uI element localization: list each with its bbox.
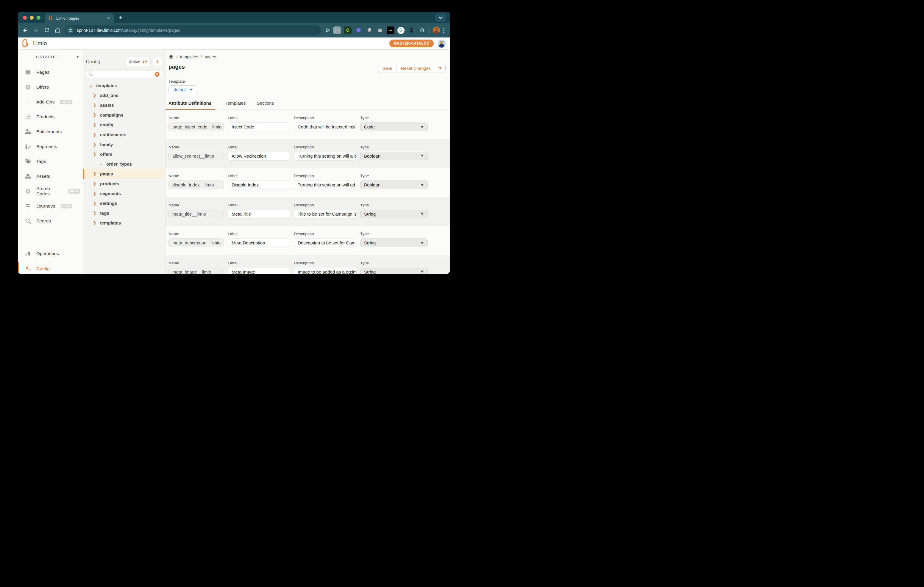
- sidebar-item-assets[interactable]: Assets: [18, 169, 83, 184]
- home-icon[interactable]: [168, 54, 173, 59]
- minimize-window-button[interactable]: [30, 16, 34, 20]
- chevron-right-icon[interactable]: ❯: [92, 93, 97, 97]
- attribute-label-input[interactable]: Meta Description: [228, 238, 290, 247]
- attribute-label-input[interactable]: Meta Title: [228, 210, 290, 218]
- attribute-description-input[interactable]: Turning this setting on will allo: [294, 152, 356, 160]
- breadcrumb-pages[interactable]: pages: [205, 54, 216, 59]
- chevron-right-icon[interactable]: ❯: [92, 181, 97, 186]
- tree-item-entitlements[interactable]: ❯ entitlements: [83, 130, 165, 140]
- tree-item-family[interactable]: ❯ family: [83, 140, 165, 149]
- stacked-diamonds-extension-icon[interactable]: [408, 26, 415, 34]
- attribute-type-select[interactable]: Code: [360, 123, 428, 131]
- site-settings-icon[interactable]: [66, 26, 74, 34]
- browser-menu-icon[interactable]: [441, 28, 446, 33]
- chevron-right-icon[interactable]: ❯: [92, 211, 97, 215]
- window-controls[interactable]: [18, 16, 45, 23]
- sidebar-item-entitlements[interactable]: Entitlements: [18, 124, 83, 139]
- template-dropdown[interactable]: default: [168, 86, 197, 94]
- tab-templates[interactable]: Templates: [225, 100, 246, 109]
- bookmark-star-icon[interactable]: [324, 26, 332, 34]
- new-tab-button[interactable]: +: [119, 14, 122, 21]
- active-filter-button[interactable]: Active: [125, 57, 151, 66]
- chevron-right-icon[interactable]: ❯: [92, 142, 97, 146]
- reset-changes-button[interactable]: Reset Changes: [397, 64, 435, 72]
- camera-extension-icon[interactable]: [376, 26, 384, 34]
- attribute-type-select[interactable]: Boolean: [360, 181, 428, 189]
- tree-item-tags[interactable]: ❯ tags: [83, 208, 165, 218]
- save-button[interactable]: Save: [378, 64, 397, 72]
- maximize-window-button[interactable]: [36, 16, 41, 20]
- tree-item-config[interactable]: ❯ config: [83, 120, 165, 130]
- url-bar[interactable]: sprint-107.dev.limio.com/catalog/config/…: [65, 25, 321, 35]
- chevron-right-icon[interactable]: ❯: [92, 103, 97, 107]
- attribute-type-select[interactable]: String: [360, 210, 428, 218]
- sidebar-item-products[interactable]: 12 Products: [18, 109, 83, 124]
- attribute-type-select[interactable]: Boolean: [360, 152, 428, 160]
- attribute-description-input[interactable]: Turning this setting on will ad: [294, 181, 356, 189]
- sidebar-item-config[interactable]: Config: [18, 261, 83, 274]
- breadcrumb-templates[interactable]: templates: [180, 54, 198, 59]
- sidebar-item-segments[interactable]: Segments: [18, 139, 83, 154]
- chevron-right-icon[interactable]: ❯: [92, 132, 97, 137]
- bars-extension-icon[interactable]: [333, 26, 341, 34]
- config-search[interactable]: ✕: [86, 70, 162, 78]
- catalog-switcher[interactable]: CATALOG ▼: [18, 53, 83, 61]
- attribute-label-input[interactable]: Meta Image: [228, 268, 290, 274]
- chevron-right-icon[interactable]: ❯: [92, 201, 97, 206]
- attribute-description-input[interactable]: Code that will be injected insi: [294, 123, 356, 131]
- leaf-dash-icon[interactable]: –: [99, 162, 103, 166]
- attribute-type-select[interactable]: String: [360, 268, 428, 274]
- tree-item-settings[interactable]: ❯ settings: [83, 198, 165, 208]
- sidebar-item-add-ons[interactable]: Add-OnsBETA: [18, 95, 83, 109]
- chevron-right-icon[interactable]: ❯: [92, 123, 97, 127]
- tab-close-icon[interactable]: ✕: [106, 16, 111, 21]
- tree-item-templates[interactable]: ❯ templates: [83, 218, 165, 228]
- chevron-right-icon[interactable]: ❯: [92, 172, 97, 176]
- black-dots-extension-icon[interactable]: •••: [387, 26, 394, 34]
- sidebar-item-tags[interactable]: Tags: [18, 154, 83, 169]
- clear-search-icon[interactable]: ✕: [155, 72, 160, 77]
- master-catalog-badge[interactable]: MASTER-CATALOG: [389, 39, 434, 47]
- sidebar-item-promo-codes[interactable]: % Promo CodesBETA: [18, 184, 83, 199]
- sidebar-item-pages[interactable]: Pages: [18, 65, 83, 80]
- puzzle-extensions-icon[interactable]: [418, 26, 426, 34]
- attribute-description-input[interactable]: Image to be added as a og:im: [294, 268, 356, 274]
- tree-item-products[interactable]: ❯ products: [83, 179, 165, 189]
- chevron-down-icon[interactable]: ⌄: [88, 84, 93, 87]
- add-config-button[interactable]: +: [153, 57, 162, 66]
- tree-item-templates[interactable]: ⌄ templates: [83, 81, 165, 90]
- forward-button[interactable]: [31, 25, 41, 35]
- tree-item-order_types[interactable]: – order_types: [83, 159, 165, 169]
- tree-item-campaigns[interactable]: ❯ campaigns: [83, 110, 165, 120]
- tab-attribute-definitions[interactable]: Attribute Definitions: [165, 100, 215, 109]
- attribute-label-input[interactable]: Disable Index: [228, 181, 290, 189]
- attribute-type-select[interactable]: String: [360, 238, 428, 247]
- purple-burst-extension-icon[interactable]: [355, 26, 362, 34]
- tab-sections[interactable]: Sections: [256, 100, 275, 109]
- user-avatar[interactable]: [437, 39, 446, 48]
- copy-docs-extension-icon[interactable]: [365, 26, 373, 34]
- attribute-label-input[interactable]: Inject Code: [228, 123, 290, 131]
- sidebar-item-search[interactable]: Search: [18, 214, 83, 229]
- attribute-label-input[interactable]: Allow Redirection: [228, 152, 290, 160]
- sidebar-item-journeys[interactable]: JourneysBETA: [18, 199, 83, 214]
- config-search-input[interactable]: [94, 72, 153, 76]
- reload-button[interactable]: [42, 25, 52, 35]
- tree-item-pages[interactable]: ❯ pages: [83, 169, 165, 179]
- save-menu-button[interactable]: [435, 64, 446, 72]
- tree-item-assets[interactable]: ❯ assets: [83, 100, 165, 110]
- chevron-right-icon[interactable]: ❯: [92, 220, 97, 225]
- attribute-description-input[interactable]: Title to be set for Campaign la: [294, 210, 356, 218]
- chevron-right-icon[interactable]: ❯: [92, 113, 97, 117]
- browser-tab[interactable]: Limio | pages ✕: [45, 13, 114, 23]
- chevron-right-icon[interactable]: ❯: [92, 191, 97, 196]
- close-window-button[interactable]: [23, 16, 27, 20]
- profile-avatar[interactable]: [433, 27, 440, 34]
- grammarly-extension-icon[interactable]: G: [398, 27, 404, 34]
- tree-item-segments[interactable]: ❯ segments: [83, 189, 165, 198]
- attribute-description-input[interactable]: Description to be set for Cam: [294, 238, 356, 247]
- tree-item-offers[interactable]: ❯ offers: [83, 149, 165, 159]
- home-button[interactable]: [53, 25, 63, 35]
- window-chevron-button[interactable]: [435, 13, 446, 22]
- back-button[interactable]: [20, 25, 30, 35]
